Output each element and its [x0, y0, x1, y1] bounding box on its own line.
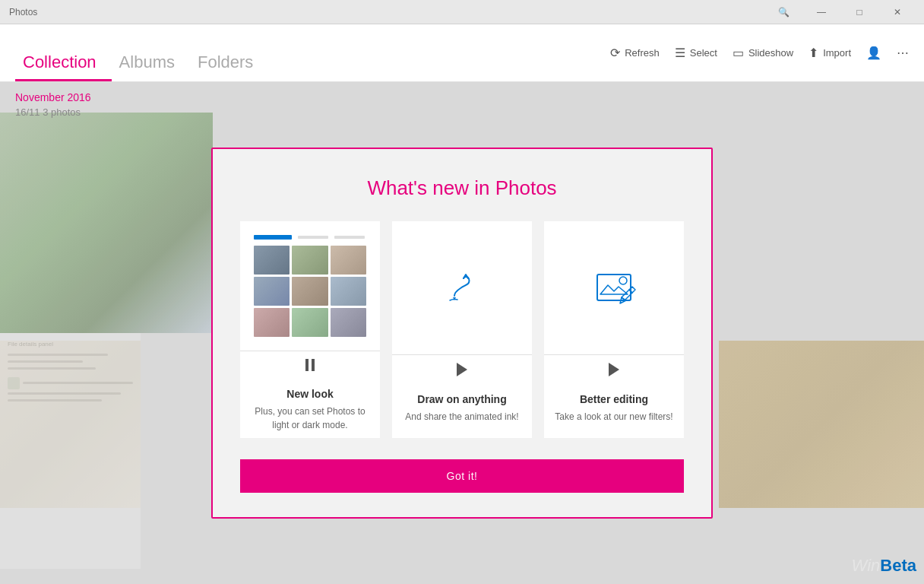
preview-cell-4: [254, 277, 290, 306]
minimize-icon: —: [817, 7, 826, 17]
editing-preview: [544, 221, 684, 354]
account-icon: 👤: [866, 46, 881, 60]
editing-text: Better editing Take a look at our new fi…: [549, 384, 679, 430]
search-icon: 🔍: [778, 7, 790, 17]
tab-albums[interactable]: Albums: [112, 52, 190, 81]
import-icon: ⬆: [808, 46, 818, 60]
more-action[interactable]: ⋯: [897, 46, 909, 60]
draw-icon: [439, 265, 485, 311]
minimize-button[interactable]: —: [804, 0, 839, 24]
edit-icon: [591, 265, 637, 311]
preview-cell-3: [331, 246, 366, 275]
draw-play-area[interactable]: [392, 354, 532, 384]
slideshow-label: Slideshow: [748, 47, 793, 59]
modal-title: What's new in Photos: [240, 176, 684, 200]
preview-cell-1: [254, 246, 290, 275]
select-action[interactable]: ☰ Select: [675, 46, 717, 60]
import-label: Import: [823, 47, 851, 59]
tab-folders[interactable]: Folders: [190, 52, 268, 81]
import-action[interactable]: ⬆ Import: [808, 46, 851, 60]
feature-card-draw: Draw on anything And share the animated …: [392, 221, 532, 438]
svg-point-1: [619, 277, 627, 284]
nav-actions: ⟳ Refresh ☰ Select ▭ Slideshow ⬆ Import …: [610, 46, 909, 60]
title-bar: Photos 🔍 — □ ✕: [0, 0, 924, 24]
play-button-draw[interactable]: [457, 363, 467, 376]
modal-overlay: What's new in Photos: [0, 82, 924, 584]
pause-button[interactable]: [305, 359, 315, 371]
new-look-play-area[interactable]: [240, 351, 380, 379]
search-button[interactable]: 🔍: [766, 0, 801, 24]
feature-card-editing: Better editing Take a look at our new fi…: [544, 221, 684, 438]
close-icon: ✕: [894, 7, 901, 17]
title-bar-controls: 🔍 — □ ✕: [766, 0, 915, 24]
tab-collection[interactable]: Collection: [15, 52, 112, 81]
main-content: November 2016 16/11 3 photos File detail…: [0, 82, 924, 584]
editing-title: Better editing: [555, 393, 672, 405]
draw-text: Draw on anything And share the animated …: [399, 384, 524, 430]
feature-card-new-look: New look Plus, you can set Photos to lig…: [240, 221, 380, 438]
preview-cell-9: [331, 308, 366, 337]
draw-preview: [392, 221, 532, 354]
close-button[interactable]: ✕: [880, 0, 915, 24]
preview-active-tab: [254, 235, 292, 240]
refresh-icon: ⟳: [610, 46, 620, 60]
preview-nav-bar: [254, 235, 366, 240]
preview-cell-6: [331, 277, 366, 306]
date-sub: 16/11 3 photos: [15, 106, 91, 118]
editing-desc: Take a look at our new filters!: [555, 410, 672, 424]
draw-title: Draw on anything: [405, 393, 518, 405]
draw-desc: And share the animated ink!: [405, 410, 518, 424]
select-icon: ☰: [675, 46, 685, 60]
maximize-icon: □: [856, 7, 862, 17]
nav-bar: Collection Albums Folders ⟳ Refresh ☰ Se…: [0, 24, 924, 82]
preview-cell-8: [292, 308, 328, 337]
date-header: November 2016: [15, 91, 91, 103]
select-label: Select: [690, 47, 717, 59]
preview-cell-2: [292, 246, 328, 275]
pause-bar-1: [305, 359, 309, 371]
whats-new-modal: What's new in Photos: [211, 148, 713, 519]
preview-inactive-tab-1: [298, 236, 328, 239]
app-title: Photos: [9, 7, 37, 17]
slideshow-icon: ▭: [733, 46, 744, 60]
preview-cell-5: [292, 277, 328, 306]
features-row: New look Plus, you can set Photos to lig…: [240, 221, 684, 438]
pause-bar-2: [312, 359, 315, 371]
collection-header: November 2016 16/11 3 photos: [15, 91, 91, 127]
new-look-title: New look: [246, 388, 374, 400]
new-look-text: New look Plus, you can set Photos to lig…: [240, 379, 380, 438]
preview-photo-grid: [254, 246, 366, 337]
slideshow-action[interactable]: ▭ Slideshow: [733, 46, 793, 60]
preview-cell-7: [254, 308, 290, 337]
play-button-editing[interactable]: [609, 363, 619, 376]
new-look-preview: [240, 221, 380, 351]
nav-tabs: Collection Albums Folders: [15, 24, 268, 81]
editing-play-area[interactable]: [544, 354, 684, 384]
refresh-label: Refresh: [625, 47, 660, 59]
account-action[interactable]: 👤: [866, 46, 881, 60]
title-bar-left: Photos: [9, 7, 37, 17]
refresh-action[interactable]: ⟳ Refresh: [610, 46, 660, 60]
new-look-desc: Plus, you can set Photos to light or dar…: [246, 405, 374, 432]
maximize-button[interactable]: □: [842, 0, 877, 24]
preview-inactive-tab-2: [334, 236, 365, 239]
got-it-button[interactable]: Got it!: [240, 459, 684, 493]
more-icon: ⋯: [897, 46, 909, 60]
